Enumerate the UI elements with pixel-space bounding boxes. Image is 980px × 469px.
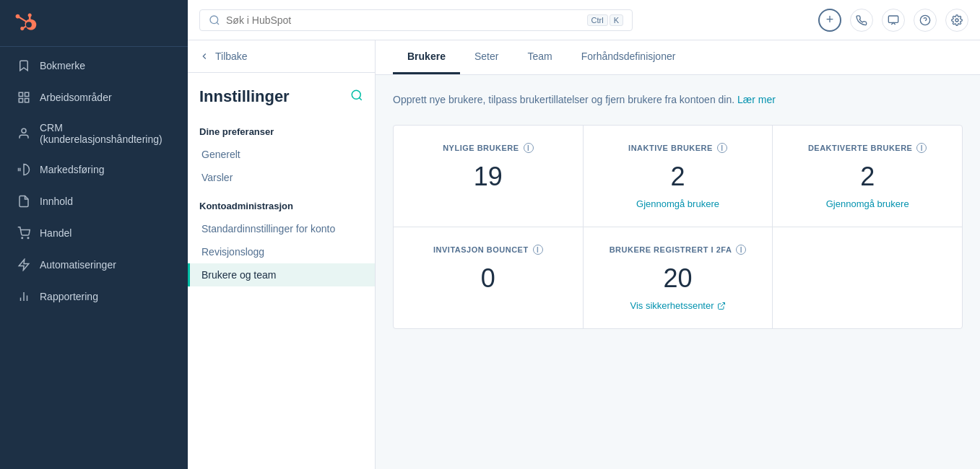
svg-point-5 xyxy=(22,237,23,239)
nav-item-varsler[interactable]: Varsler xyxy=(188,166,375,189)
chat-icon xyxy=(888,14,899,26)
svg-point-16 xyxy=(955,19,958,22)
settings-header: Innstillinger xyxy=(188,73,375,115)
settings-title: Innstillinger xyxy=(199,87,290,106)
nav-item-generelt[interactable]: Generelt xyxy=(188,143,375,166)
sidebar-item-label: CRM (kunderelasjonshåndtering) xyxy=(40,122,173,145)
stat-card-invitasjon-bouncet: INVITASJON BOUNCET i 0 xyxy=(394,227,584,328)
sidebar-item-automatiseringer[interactable]: Automatiseringer xyxy=(0,249,188,281)
stat-value-deaktiverte: 2 xyxy=(787,162,948,192)
info-icon-nylige[interactable]: i xyxy=(524,143,534,153)
info-icon-2fa[interactable]: i xyxy=(736,245,746,255)
sidebar-item-arbeidsomrader[interactable]: Arbeidsområder xyxy=(0,82,188,113)
back-label: Tilbake xyxy=(215,51,248,62)
svg-marker-7 xyxy=(19,260,29,271)
search-input[interactable] xyxy=(226,14,581,26)
tabs-bar: Brukere Seter Team Forhåndsdefinisjoner xyxy=(376,40,980,75)
tab-brukere[interactable]: Brukere xyxy=(393,40,460,74)
svg-line-19 xyxy=(721,302,725,307)
stat-label-nylige: NYLIGE BRUKERE i xyxy=(408,143,568,153)
stats-container: NYLIGE BRUKERE i 19 INAKTIVE BRUKERE i 2 xyxy=(393,125,963,329)
sidebar-item-label: Rapportering xyxy=(40,291,98,302)
nav-item-brukere-og-team[interactable]: Brukere og team xyxy=(188,263,375,286)
stat-link-deaktiverte[interactable]: Gjennomgå brukere xyxy=(826,198,909,209)
info-icon-inaktive[interactable]: i xyxy=(717,143,727,153)
sidebar-item-bokmerke[interactable]: Bokmerke xyxy=(0,50,188,82)
info-icon-deaktiverte[interactable]: i xyxy=(916,143,927,153)
keyboard-shortcut-hint: Ctrl K xyxy=(587,14,623,26)
stat-label-2fa: BRUKERE REGISTRERT I 2FA i xyxy=(598,245,758,255)
sidebar-item-label: Bokmerke xyxy=(40,60,85,71)
svg-point-6 xyxy=(27,237,29,239)
sidebar-item-markedsforing[interactable]: Markedsføring xyxy=(0,154,188,185)
section-title-preferanser: Dine preferanser xyxy=(188,115,375,143)
stat-link-2fa[interactable]: Vis sikkerhetssenter xyxy=(630,300,725,311)
svg-line-12 xyxy=(217,22,219,25)
stat-card-empty xyxy=(773,227,962,328)
shopping-icon xyxy=(17,226,31,240)
stat-value-invitasjon: 0 xyxy=(408,263,568,294)
sidebar-item-label: Handel xyxy=(40,227,71,239)
sidebar-item-innhold[interactable]: Innhold xyxy=(0,185,188,217)
kbd-ctrl: Ctrl xyxy=(587,14,608,26)
content-body: Opprett nye brukere, tilpass brukertilla… xyxy=(376,75,980,361)
topbar-actions: + xyxy=(818,9,968,32)
stat-card-nylige-brukere: NYLIGE BRUKERE i 19 xyxy=(394,126,584,227)
svg-point-17 xyxy=(352,90,360,99)
grid-icon xyxy=(17,90,31,105)
bar-chart-icon xyxy=(17,289,31,304)
svg-point-11 xyxy=(210,16,218,24)
search-bar[interactable]: Ctrl K xyxy=(199,9,633,31)
info-icon-invitasjon[interactable]: i xyxy=(533,245,543,255)
stat-card-deaktiverte-brukere: DEAKTIVERTE BRUKERE i 2 Gjennomgå bruker… xyxy=(773,126,962,227)
tab-forhandsdefinisjoner[interactable]: Forhåndsdefinisjoner xyxy=(567,40,690,74)
search-icon xyxy=(209,14,220,26)
settings-icon-button[interactable] xyxy=(945,9,968,32)
svg-rect-2 xyxy=(19,99,22,102)
chat-icon-button[interactable] xyxy=(882,9,905,32)
phone-icon xyxy=(856,14,867,26)
settings-panel: Tilbake Innstillinger Dine preferanser G… xyxy=(188,40,376,469)
learn-more-link[interactable]: Lær mer xyxy=(737,94,776,105)
main-area: Ctrl K + xyxy=(188,0,980,469)
sidebar-logo xyxy=(0,0,188,46)
nav-item-standardinnstillinger[interactable]: Standardinnstillinger for konto xyxy=(188,217,375,240)
megaphone-icon xyxy=(17,162,31,177)
bookmark-icon xyxy=(17,58,31,73)
sidebar-item-crm[interactable]: CRM (kunderelasjonshåndtering) xyxy=(0,113,188,154)
external-link-icon xyxy=(717,302,726,310)
help-icon-button[interactable] xyxy=(914,9,937,32)
stats-row-2: INVITASJON BOUNCET i 0 BRUKERE REGISTRER… xyxy=(394,227,962,328)
hubspot-logo-icon xyxy=(14,12,38,35)
tab-team[interactable]: Team xyxy=(513,40,566,74)
svg-point-4 xyxy=(22,128,26,133)
content-area: Brukere Seter Team Forhåndsdefinisjoner … xyxy=(376,40,980,469)
sidebar-item-label: Automatiseringer xyxy=(40,259,116,271)
settings-search-icon[interactable] xyxy=(350,89,363,105)
svg-rect-13 xyxy=(888,16,898,22)
kbd-k: K xyxy=(610,14,623,26)
topbar: Ctrl K + xyxy=(188,0,980,40)
sidebar-item-label: Markedsføring xyxy=(40,164,104,175)
sidebar-item-label: Arbeidsområder xyxy=(40,92,112,103)
sidebar-item-handel[interactable]: Handel xyxy=(0,217,188,249)
main-content: Tilbake Innstillinger Dine preferanser G… xyxy=(188,40,980,469)
help-icon xyxy=(919,14,931,26)
stat-link-inaktive[interactable]: Gjennomgå brukere xyxy=(636,198,719,209)
stat-label-deaktiverte: DEAKTIVERTE BRUKERE i xyxy=(787,143,948,153)
tab-seter[interactable]: Seter xyxy=(460,40,513,74)
back-button[interactable]: Tilbake xyxy=(188,40,375,73)
stats-row-1: NYLIGE BRUKERE i 19 INAKTIVE BRUKERE i 2 xyxy=(394,126,962,227)
nav-item-revisjonslogg[interactable]: Revisjonslogg xyxy=(188,240,375,263)
phone-icon-button[interactable] xyxy=(850,9,873,32)
sidebar: Bokmerke Arbeidsområder CRM (kunderelasj… xyxy=(0,0,188,469)
stat-value-2fa: 20 xyxy=(598,263,758,294)
sidebar-item-rapportering[interactable]: Rapportering xyxy=(0,281,188,312)
add-button[interactable]: + xyxy=(818,9,841,32)
stat-card-inaktive-brukere: INAKTIVE BRUKERE i 2 Gjennomgå brukere xyxy=(584,126,773,227)
stat-value-inaktive: 2 xyxy=(598,162,758,192)
info-text: Opprett nye brukere, tilpass brukertilla… xyxy=(393,92,963,108)
gear-icon xyxy=(951,14,963,26)
sidebar-item-label: Innhold xyxy=(40,196,73,207)
svg-rect-3 xyxy=(25,99,29,102)
